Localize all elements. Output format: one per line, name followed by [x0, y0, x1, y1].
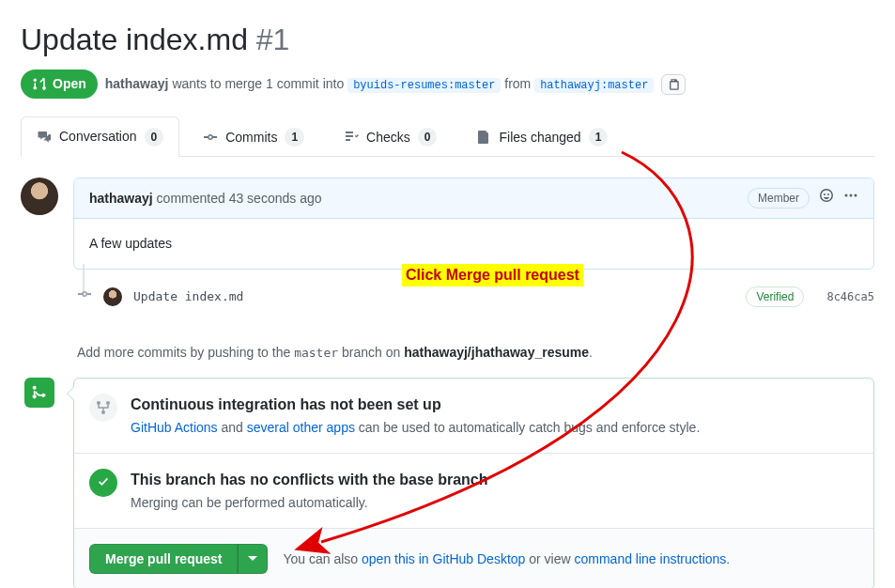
tab-commits[interactable]: Commits 1: [187, 116, 320, 157]
tab-count: 0: [145, 128, 164, 147]
commit-sha[interactable]: 8c46ca5: [826, 288, 874, 305]
workflow-icon: [89, 394, 117, 422]
svg-point-0: [845, 194, 848, 197]
merge-options-dropdown[interactable]: [238, 544, 268, 574]
ci-section: Continuous integration has not been set …: [74, 379, 873, 453]
pr-title-text: Update index.md: [21, 23, 248, 56]
github-actions-link[interactable]: GitHub Actions: [131, 420, 218, 435]
conflicts-sub: Merging can be performed automatically.: [131, 493, 488, 513]
smiley-icon: [819, 188, 834, 203]
svg-point-2: [855, 194, 857, 197]
tab-label: Commits: [225, 128, 277, 147]
head-branch[interactable]: hathawayj:master: [534, 78, 654, 93]
svg-point-5: [101, 410, 105, 414]
git-commit-icon: [203, 130, 218, 145]
pr-number: #1: [256, 23, 290, 56]
tab-label: Conversation: [59, 127, 137, 147]
other-apps-link[interactable]: several other apps: [247, 420, 355, 435]
comment-discussion-icon: [37, 130, 52, 145]
svg-point-3: [97, 401, 100, 405]
file-diff-icon: [476, 130, 491, 145]
caret-down-icon: [248, 554, 257, 564]
add-reaction-button[interactable]: [819, 188, 834, 209]
conflicts-title: This branch has no conflicts with the ba…: [131, 469, 488, 491]
author-link[interactable]: hathawayj: [105, 76, 169, 91]
pr-meta-row: Open hathawayj wants to merge 1 commit i…: [21, 70, 874, 99]
git-commit-icon: [77, 286, 92, 307]
comment-timestamp[interactable]: 43 seconds ago: [229, 191, 322, 206]
git-merge-icon: [31, 384, 48, 401]
cli-instructions-link[interactable]: command line instructions: [574, 551, 726, 566]
clipboard-icon: [667, 78, 680, 91]
tab-checks[interactable]: Checks 0: [328, 116, 453, 157]
kebab-icon: [843, 188, 858, 203]
state-badge-open: Open: [21, 70, 98, 99]
comment-header: hathawayj commented 43 seconds ago Membe…: [74, 178, 873, 219]
tab-label: Files changed: [499, 128, 580, 147]
tab-label: Checks: [366, 128, 410, 147]
git-pull-request-icon: [32, 77, 47, 92]
ci-subtext: GitHub Actions and several other apps ca…: [131, 418, 700, 438]
avatar[interactable]: [103, 287, 122, 306]
merge-status-badge: [24, 378, 54, 408]
page-title: Update index.md #1: [21, 17, 289, 62]
conflicts-section: This branch has no conflicts with the ba…: [74, 453, 873, 528]
comment-body: A few updates: [74, 219, 873, 269]
copy-branch-button[interactable]: [661, 74, 686, 95]
merge-footer-text: You can also open this in GitHub Desktop…: [283, 549, 730, 569]
pr-meta-text: hathawayj wants to merge 1 commit into b…: [105, 74, 655, 94]
commit-row: Update index.md Click Merge pull request…: [73, 270, 874, 324]
open-in-desktop-link[interactable]: open this in GitHub Desktop: [362, 551, 525, 566]
tab-files[interactable]: Files changed 1: [460, 116, 624, 157]
avatar[interactable]: [21, 178, 58, 215]
ci-title: Continuous integration has not been set …: [131, 394, 700, 416]
svg-point-4: [106, 401, 110, 405]
merge-pull-request-button[interactable]: Merge pull request: [89, 544, 238, 574]
tab-conversation[interactable]: Conversation 0: [21, 116, 179, 157]
member-badge: Member: [748, 188, 810, 209]
comment-menu-button[interactable]: [843, 188, 858, 209]
state-label: Open: [53, 74, 86, 94]
base-branch[interactable]: byuids-resumes:master: [347, 78, 501, 93]
merge-box: Continuous integration has not been set …: [73, 378, 874, 588]
tab-count: 0: [418, 128, 438, 147]
commit-message[interactable]: Update index.md: [133, 287, 243, 306]
push-hint-text: Add more commits by pushing to the maste…: [73, 343, 874, 363]
svg-point-1: [850, 194, 853, 197]
verified-badge[interactable]: Verified: [746, 286, 804, 307]
comment-author[interactable]: hathawayj: [89, 191, 153, 206]
annotation-callout: Click Merge pull request: [402, 264, 583, 286]
tab-count: 1: [285, 128, 304, 147]
tab-count: 1: [589, 128, 609, 147]
comment-box: hathawayj commented 43 seconds ago Membe…: [73, 178, 874, 270]
merge-footer: Merge pull request You can also open thi…: [74, 528, 873, 588]
checklist-icon: [344, 130, 359, 145]
check-icon: [89, 469, 117, 497]
pr-tabs: Conversation 0 Commits 1 Checks 0 Files …: [21, 116, 874, 157]
